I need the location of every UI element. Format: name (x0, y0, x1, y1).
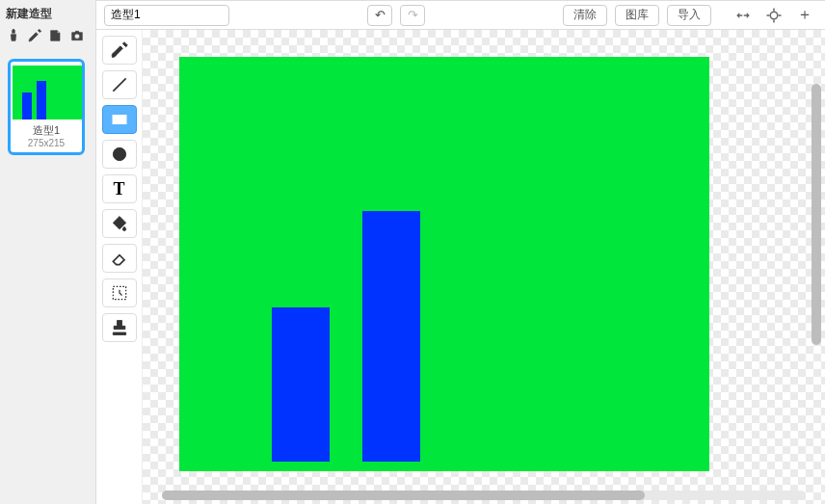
brush-new-icon[interactable] (27, 28, 42, 47)
costume-sidebar: 新建造型 1 造型1 275x215 (0, 0, 96, 504)
fill-tool[interactable] (102, 209, 137, 238)
line-tool[interactable] (102, 70, 137, 99)
brush-tool[interactable] (102, 36, 137, 65)
camera-icon[interactable] (69, 28, 85, 47)
eraser-tool[interactable] (102, 244, 137, 273)
library-button[interactable]: 图库 (615, 5, 659, 26)
svg-line-1 (113, 78, 125, 91)
text-icon: T (113, 179, 124, 199)
redo-button[interactable]: ↷ (400, 5, 425, 26)
costume-name-input[interactable] (104, 5, 229, 26)
top-toolbar: ↶ ↷ 清除 图库 导入 ＋ (96, 1, 825, 30)
thumb-name: 造型1 (13, 123, 80, 138)
rectangle-tool[interactable] (102, 105, 137, 134)
import-button[interactable]: 导入 (667, 5, 711, 26)
thumb-dimensions: 275x215 (13, 138, 80, 148)
set-center-button[interactable] (761, 5, 786, 26)
horizontal-scrollbar[interactable] (162, 491, 806, 500)
new-costume-icons (0, 26, 95, 55)
text-tool[interactable]: T (102, 174, 137, 203)
import-label: 导入 (678, 7, 701, 23)
import-file-icon[interactable] (48, 28, 64, 47)
undo-button[interactable]: ↶ (367, 5, 392, 26)
center-icon (765, 7, 783, 24)
thumb-bar-1 (22, 93, 32, 119)
plus-icon: ＋ (797, 5, 812, 25)
work-area: T (96, 30, 825, 504)
undo-icon: ↶ (375, 8, 386, 22)
flip-h-icon (734, 9, 752, 22)
select-tool[interactable] (102, 279, 137, 307)
add-button[interactable]: ＋ (792, 5, 817, 26)
thumb-bar-2 (37, 81, 46, 119)
paint-new-icon[interactable] (6, 28, 21, 47)
svg-rect-2 (112, 115, 126, 124)
painted-bar-1[interactable] (272, 307, 330, 462)
canvas-viewport (143, 30, 825, 504)
svg-point-0 (770, 12, 778, 19)
v-scroll-thumb[interactable] (812, 84, 821, 345)
painted-bar-2[interactable] (362, 211, 420, 462)
painted-rect-bg[interactable] (179, 57, 709, 471)
vertical-scrollbar[interactable] (812, 49, 821, 485)
sidebar-title: 新建造型 (0, 4, 95, 26)
stamp-tool[interactable] (102, 313, 137, 342)
main-panel: ↶ ↷ 清除 图库 导入 ＋ (96, 0, 825, 504)
h-scroll-thumb[interactable] (162, 491, 645, 500)
clear-label: 清除 (573, 7, 597, 23)
flip-horizontal-button[interactable] (731, 5, 756, 26)
clear-button[interactable]: 清除 (563, 5, 607, 26)
costume-thumbnail[interactable]: 1 造型1 275x215 (8, 59, 85, 155)
library-label: 图库 (625, 7, 649, 23)
tool-palette: T (96, 30, 143, 504)
app-root: 新建造型 1 造型1 275x215 (0, 0, 825, 504)
thumb-preview (13, 66, 82, 119)
redo-icon: ↷ (408, 8, 418, 22)
svg-point-3 (113, 147, 125, 160)
right-tool-group: ＋ (731, 5, 817, 26)
ellipse-tool[interactable] (102, 140, 137, 169)
